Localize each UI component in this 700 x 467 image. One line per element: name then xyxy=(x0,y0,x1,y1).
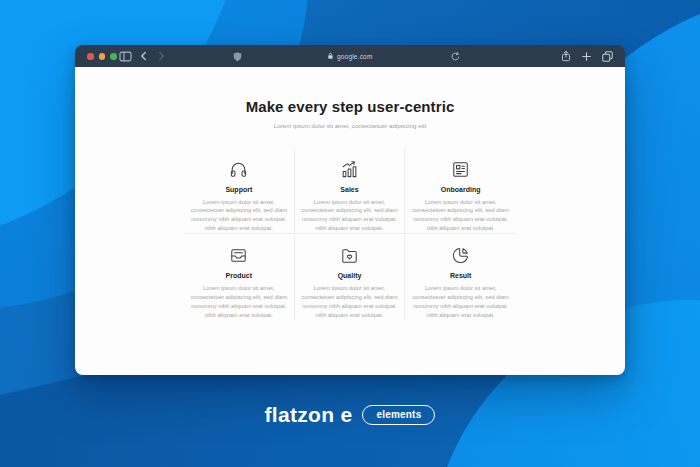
page-subtitle: Lorem ipsum dolor sit amet, consectetuer… xyxy=(75,122,625,129)
minimize-window-button[interactable] xyxy=(99,53,106,60)
browser-window: google.com Make every step user-centric … xyxy=(75,45,625,375)
feature-card-quality: Quality Lorem ipsum dolor sit amet, cons… xyxy=(295,234,406,320)
feature-body: Lorem ipsum dolor sit amet, consectetuer… xyxy=(411,198,510,234)
tabs-overview-button[interactable] xyxy=(602,51,613,62)
feature-title: Quality xyxy=(301,272,399,279)
address-bar[interactable]: google.com xyxy=(327,45,372,67)
refresh-button[interactable] xyxy=(451,45,460,67)
new-tab-button[interactable] xyxy=(582,52,591,61)
brand-badge: elements xyxy=(362,405,435,425)
toolbar-right-group xyxy=(561,45,613,67)
feature-card-result: Result Lorem ipsum dolor sit amet, conse… xyxy=(405,234,516,320)
feature-body: Lorem ipsum dolor sit amet, consectetuer… xyxy=(301,284,399,320)
folder-heart-icon xyxy=(301,245,399,265)
zoom-window-button[interactable] xyxy=(110,53,117,60)
close-window-button[interactable] xyxy=(87,53,94,60)
traffic-lights xyxy=(87,53,117,60)
back-button[interactable] xyxy=(140,45,147,67)
hero-section: Make every step user-centric Lorem ipsum… xyxy=(75,67,625,129)
feature-card-onboarding: Onboarding Lorem ipsum dolor sit amet, c… xyxy=(405,148,516,234)
sidebar-toggle-button[interactable] xyxy=(119,45,132,67)
shield-icon[interactable] xyxy=(233,45,242,67)
bar-chart-growth-icon xyxy=(301,159,399,179)
feature-body: Lorem ipsum dolor sit amet, consectetuer… xyxy=(301,198,399,234)
feature-card-sales: Sales Lorem ipsum dolor sit amet, consec… xyxy=(295,148,406,234)
lock-icon xyxy=(327,52,333,60)
share-button[interactable] xyxy=(561,50,571,62)
pie-chart-icon xyxy=(411,245,510,265)
feature-title: Result xyxy=(411,272,510,279)
feature-body: Lorem ipsum dolor sit amet, consectetuer… xyxy=(190,284,288,320)
feature-title: Sales xyxy=(301,186,399,193)
feature-card-product: Product Lorem ipsum dolor sit amet, cons… xyxy=(184,234,295,320)
feature-card-support: Support Lorem ipsum dolor sit amet, cons… xyxy=(184,148,295,234)
feature-title: Product xyxy=(190,272,288,279)
brand-footer: flatzon e elements xyxy=(0,403,700,427)
feature-title: Support xyxy=(190,186,288,193)
url-text: google.com xyxy=(337,53,373,60)
forward-button[interactable] xyxy=(158,45,165,67)
checklist-frame-icon xyxy=(411,159,510,179)
inbox-icon xyxy=(190,245,288,265)
brand-logo-text: flatzon e xyxy=(265,403,353,427)
browser-toolbar: google.com xyxy=(75,45,625,67)
webpage-content: Make every step user-centric Lorem ipsum… xyxy=(75,67,625,375)
feature-body: Lorem ipsum dolor sit amet, consectetuer… xyxy=(190,198,288,234)
feature-title: Onboarding xyxy=(411,186,510,193)
features-grid: Support Lorem ipsum dolor sit amet, cons… xyxy=(184,148,516,320)
feature-body: Lorem ipsum dolor sit amet, consectetuer… xyxy=(411,284,510,320)
page-title: Make every step user-centric xyxy=(75,98,625,115)
headphones-icon xyxy=(190,159,288,179)
